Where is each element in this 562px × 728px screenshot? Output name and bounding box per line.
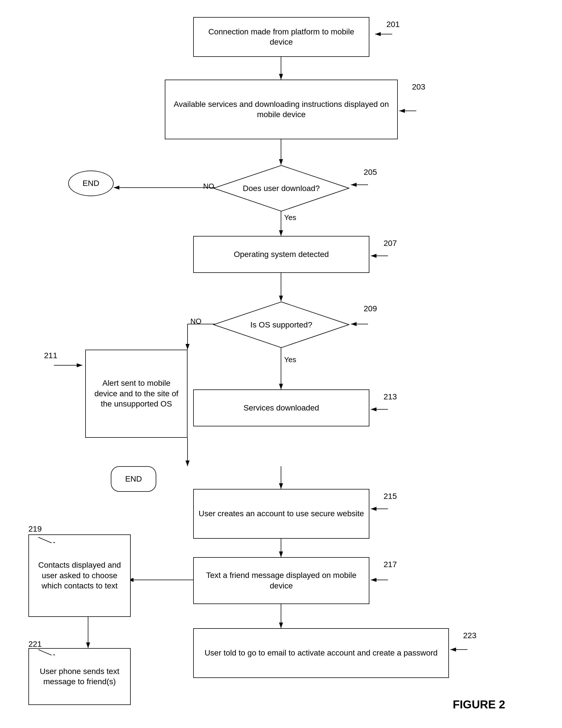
ref-217: 217 — [383, 560, 397, 569]
ref-arrow-215 — [368, 503, 391, 515]
ref-arrow-211 — [53, 360, 87, 371]
node-213: Services downloaded — [193, 389, 369, 426]
svg-line-26 — [38, 537, 58, 543]
label-no-209: NO — [190, 317, 202, 326]
ref-arrow-201 — [372, 28, 395, 40]
ref-215: 215 — [383, 492, 397, 501]
ref-201: 201 — [386, 20, 400, 29]
node-217: Text a friend message displayed on mobil… — [193, 557, 369, 604]
node-219: Contacts displayed and user asked to cho… — [28, 534, 131, 617]
ref-arrow-213 — [368, 404, 391, 415]
ref-arrow-209 — [348, 318, 371, 330]
label-yes-205: Yes — [284, 213, 296, 222]
node-223: User told to go to email to activate acc… — [193, 628, 449, 678]
ref-213: 213 — [383, 392, 397, 401]
node-207: Operating system detected — [193, 236, 369, 273]
node-211: Alert sent to mobile device and to the s… — [85, 350, 188, 438]
node-end2: END — [111, 466, 156, 492]
node-end1: END — [68, 171, 114, 196]
ref-223: 223 — [463, 631, 476, 640]
node-209: Is OS supported? — [213, 301, 349, 348]
ref-arrow-207 — [368, 250, 391, 262]
ref-arrow-203 — [396, 105, 419, 117]
ref-arrow-217 — [368, 574, 391, 586]
ref-arrow-219 — [37, 532, 60, 543]
svg-line-27 — [38, 650, 58, 655]
ref-207: 207 — [383, 239, 397, 248]
diagram-container: Connection made from platform to mobile … — [0, 0, 562, 728]
ref-211: 211 — [44, 351, 57, 360]
node-201: Connection made from platform to mobile … — [193, 17, 369, 57]
label-yes-209: Yes — [284, 355, 296, 364]
node-221: User phone sends text message to friend(… — [28, 648, 131, 705]
ref-203: 203 — [412, 82, 425, 92]
ref-205: 205 — [364, 168, 377, 177]
ref-209: 209 — [364, 304, 377, 313]
ref-arrow-221 — [37, 644, 60, 655]
figure-label: FIGURE 2 — [453, 698, 505, 711]
node-205: Does user download? — [213, 165, 349, 212]
node-215: User creates an account to use secure we… — [193, 489, 369, 539]
ref-arrow-205 — [348, 179, 371, 190]
ref-arrow-223 — [447, 644, 470, 655]
label-no-205: NO — [203, 182, 214, 191]
node-203: Available services and downloading instr… — [165, 80, 398, 139]
